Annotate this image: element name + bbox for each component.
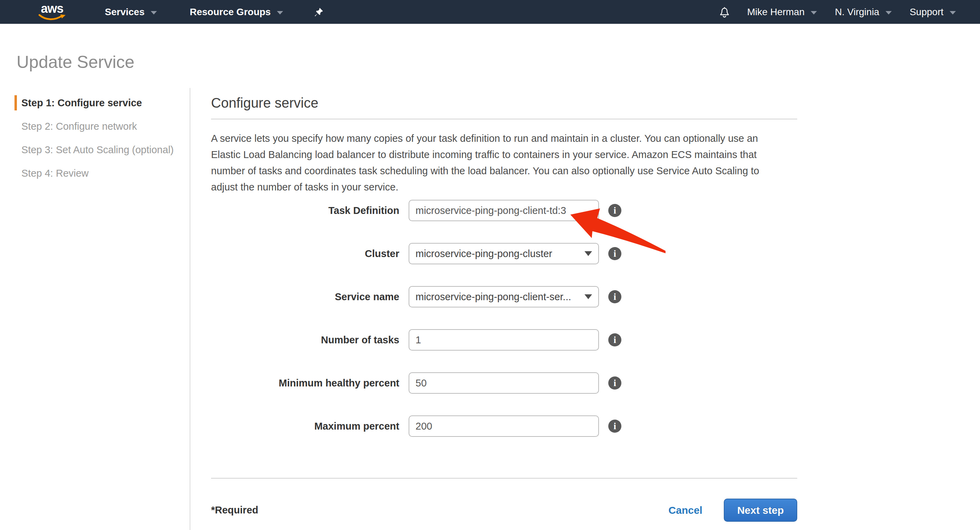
page-title: Update Service xyxy=(17,52,134,72)
aws-logo[interactable]: aws xyxy=(37,3,67,21)
sidebar-step-2-configure-network[interactable]: Step 2: Configure network xyxy=(14,119,190,134)
footer-actions: *Required Cancel Next step xyxy=(211,499,797,522)
chevron-down-icon xyxy=(584,294,592,299)
support-menu-label: Support xyxy=(910,6,943,18)
chevron-down-icon xyxy=(950,11,956,14)
section-divider xyxy=(211,119,797,120)
wizard-sidebar: Step 1: Configure service Step 2: Config… xyxy=(0,88,190,530)
info-icon[interactable] xyxy=(608,333,621,346)
required-note: *Required xyxy=(211,504,258,516)
configure-service-panel: Configure service A service lets you spe… xyxy=(211,93,797,522)
form-row-maximum-percent: Maximum percent xyxy=(211,415,797,437)
form-row-service-name: Service name microservice-ping-pong-clie… xyxy=(211,286,797,307)
service-name-label: Service name xyxy=(211,291,399,303)
form-row-number-of-tasks: Number of tasks xyxy=(211,329,797,351)
service-name-select-value: microservice-ping-pong-client-ser... xyxy=(415,291,580,303)
pushpin-icon xyxy=(313,7,324,17)
cluster-label: Cluster xyxy=(211,248,399,260)
maximum-percent-label: Maximum percent xyxy=(211,421,399,432)
configure-service-form: Task Definition Cluster microservice-pin… xyxy=(211,200,797,437)
chevron-down-icon xyxy=(277,11,283,14)
user-menu[interactable]: Mike Herman xyxy=(747,6,817,18)
info-icon[interactable] xyxy=(608,290,621,303)
next-step-button[interactable]: Next step xyxy=(724,499,797,522)
form-row-task-definition: Task Definition xyxy=(211,200,797,221)
number-of-tasks-input[interactable] xyxy=(409,329,599,351)
chevron-down-icon xyxy=(886,11,892,14)
aws-smile-icon xyxy=(37,14,67,21)
service-name-select[interactable]: microservice-ping-pong-client-ser... xyxy=(409,286,599,307)
user-menu-label: Mike Herman xyxy=(747,6,805,18)
nav-resource-groups-label: Resource Groups xyxy=(190,6,271,18)
pushpin-button[interactable] xyxy=(313,7,324,17)
notifications-button[interactable] xyxy=(718,6,731,18)
info-icon[interactable] xyxy=(608,420,621,433)
info-icon[interactable] xyxy=(608,377,621,390)
cancel-button[interactable]: Cancel xyxy=(669,504,702,516)
nav-services-label: Services xyxy=(105,6,145,18)
minimum-healthy-percent-label: Minimum healthy percent xyxy=(211,377,399,389)
sidebar-step-3-auto-scaling[interactable]: Step 3: Set Auto Scaling (optional) xyxy=(14,142,190,157)
section-description: A service lets you specify how many copi… xyxy=(211,131,783,195)
sidebar-step-4-review[interactable]: Step 4: Review xyxy=(14,166,190,181)
section-heading: Configure service xyxy=(211,95,797,110)
nav-services[interactable]: Services xyxy=(105,6,157,18)
region-menu[interactable]: N. Virginia xyxy=(835,6,892,18)
red-arrow-annotation xyxy=(568,206,669,257)
region-menu-label: N. Virginia xyxy=(835,6,879,18)
cluster-select-value: microservice-ping-pong-cluster xyxy=(415,248,580,260)
support-menu[interactable]: Support xyxy=(910,6,956,18)
minimum-healthy-percent-input[interactable] xyxy=(409,372,599,394)
bell-icon xyxy=(718,6,731,18)
form-row-minimum-healthy-percent: Minimum healthy percent xyxy=(211,372,797,394)
chevron-down-icon xyxy=(151,11,157,14)
maximum-percent-input[interactable] xyxy=(409,415,599,437)
form-row-cluster: Cluster microservice-ping-pong-cluster xyxy=(211,243,797,264)
number-of-tasks-label: Number of tasks xyxy=(211,334,399,346)
aws-logo-text: aws xyxy=(41,3,63,14)
nav-resource-groups[interactable]: Resource Groups xyxy=(190,6,283,18)
chevron-down-icon xyxy=(811,11,817,14)
topbar-right: Mike Herman N. Virginia Support xyxy=(718,6,956,18)
task-definition-label: Task Definition xyxy=(211,205,399,216)
footer-divider xyxy=(211,478,797,479)
topbar: aws Services Resource Groups Mike Herman xyxy=(0,0,980,24)
sidebar-step-1-configure-service[interactable]: Step 1: Configure service xyxy=(14,95,190,110)
